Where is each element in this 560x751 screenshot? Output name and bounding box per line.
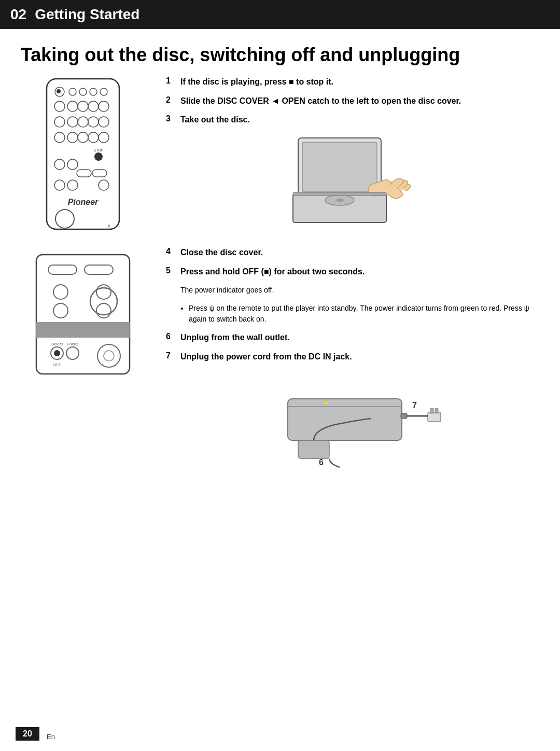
bullet-note-list: Press ψ on the remote to put the player … <box>189 303 544 325</box>
step-4: 4 Close the disc cover. <box>166 247 544 258</box>
step-4-text: Close the disc cover. <box>180 247 263 258</box>
remote-control-image: STOP Pioneer ψ <box>31 76 135 239</box>
svg-text:Focus: Focus <box>67 342 78 346</box>
svg-rect-64 <box>298 440 329 458</box>
svg-point-55 <box>335 199 344 202</box>
device-panel-image: Select Focus OFF <box>29 249 137 381</box>
step-5-number: 5 <box>166 266 180 275</box>
step-2-text: Slide the DISC COVER ◄ OPEN catch to the… <box>180 95 461 107</box>
svg-point-23 <box>94 152 103 161</box>
main-content: STOP Pioneer ψ <box>0 76 560 477</box>
svg-rect-56 <box>293 192 386 196</box>
step-6-number: 6 <box>166 332 180 341</box>
svg-rect-52 <box>302 142 377 192</box>
svg-text:ψ: ψ <box>108 224 110 228</box>
svg-rect-34 <box>36 255 130 374</box>
device-images-column: STOP Pioneer ψ <box>16 76 161 477</box>
step-7-number: 7 <box>166 351 180 360</box>
bullet-note-item: Press ψ on the remote to put the player … <box>189 303 544 325</box>
svg-point-2 <box>57 89 61 93</box>
step-1-text: If the disc is playing, press ■ to stop … <box>180 76 333 88</box>
step-3-number: 3 <box>166 114 180 123</box>
svg-text:OFF: OFF <box>53 363 61 367</box>
page-language: En <box>47 733 55 741</box>
power-cord-illustration: 7 6 <box>166 373 544 477</box>
step-1: 1 If the disc is playing, press ■ to sto… <box>166 76 544 88</box>
svg-rect-59 <box>324 402 328 404</box>
svg-rect-60 <box>401 413 407 419</box>
step-1-number: 1 <box>166 76 180 86</box>
step-5-text: Press and hold OFF (■) for about two sec… <box>180 266 365 277</box>
instructions-column: 1 If the disc is playing, press ■ to sto… <box>161 76 544 477</box>
svg-rect-63 <box>435 408 438 413</box>
step-7: 7 Unplug the power cord from the DC IN j… <box>166 351 544 363</box>
svg-rect-62 <box>430 408 433 413</box>
chapter-number: 02 <box>10 6 26 23</box>
svg-point-47 <box>54 350 60 356</box>
step-2: 2 Slide the DISC COVER ◄ OPEN catch to t… <box>166 95 544 107</box>
step-3: 3 Take out the disc. <box>166 114 544 126</box>
step-6: 6 Unplug from the wall outlet. <box>166 332 544 343</box>
chapter-title: Getting Started <box>35 6 139 23</box>
step-5: 5 Press and hold OFF (■) for about two s… <box>166 266 544 277</box>
step-6-text: Unplug from the wall outlet. <box>180 332 290 343</box>
step-2-number: 2 <box>166 95 180 105</box>
disc-removal-illustration <box>166 133 544 237</box>
page-number: 20 <box>16 727 39 741</box>
svg-text:STOP: STOP <box>94 148 104 152</box>
svg-rect-57 <box>288 399 402 440</box>
svg-text:6: 6 <box>319 458 324 467</box>
svg-text:7: 7 <box>412 401 417 410</box>
svg-rect-42 <box>36 322 130 338</box>
page-title: Taking out the disc, switching off and u… <box>0 29 560 76</box>
svg-rect-61 <box>428 412 441 422</box>
svg-text:Pioneer: Pioneer <box>68 198 99 206</box>
step-4-number: 4 <box>166 247 180 256</box>
svg-text:Select: Select <box>51 342 63 346</box>
step-5-note: The power indicator goes off. <box>180 285 544 296</box>
step-7-text: Unplug the power cord from the DC IN jac… <box>180 351 352 363</box>
step-3-text: Take out the disc. <box>180 114 250 126</box>
chapter-header: 02 Getting Started <box>0 0 560 29</box>
